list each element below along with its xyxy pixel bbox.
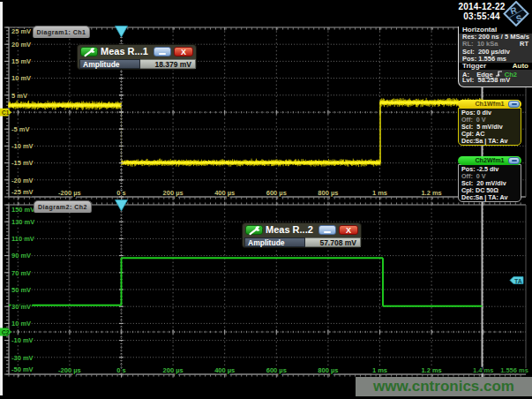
svg-text:0 s: 0 s — [116, 189, 125, 197]
svg-text:70 mV: 70 mV — [11, 269, 31, 277]
svg-text:130 mV: 130 mV — [11, 218, 34, 226]
svg-text:-5 mV: -5 mV — [11, 125, 29, 133]
svg-text:20 mV: 20 mV — [11, 41, 31, 49]
svg-text:C1: C1 — [2, 109, 10, 116]
svg-text:30 mV: 30 mV — [11, 303, 31, 311]
svg-text:10 mV: 10 mV — [11, 74, 31, 82]
svg-text:-25 mV: -25 mV — [11, 188, 34, 196]
svg-text:5 mV: 5 mV — [11, 92, 27, 100]
svg-text:-50 mV: -50 mV — [11, 365, 34, 373]
svg-text:600 µs: 600 µs — [266, 189, 287, 197]
svg-text:-10 mV: -10 mV — [11, 142, 34, 150]
svg-text:-30 mV: -30 mV — [11, 354, 34, 362]
svg-text:50 mV: 50 mV — [11, 286, 31, 294]
svg-text:110 mV: 110 mV — [11, 235, 34, 243]
svg-text:90 mV: 90 mV — [11, 252, 31, 260]
svg-text:200 µs: 200 µs — [163, 189, 184, 197]
svg-text:10 mV: 10 mV — [11, 320, 31, 327]
svg-text:800 µs: 800 µs — [318, 366, 338, 374]
svg-text:15 mV: 15 mV — [11, 57, 31, 65]
svg-text:-200 µs: -200 µs — [58, 366, 81, 374]
svg-text:-15 mV: -15 mV — [11, 159, 34, 167]
svg-text:1 ms: 1 ms — [372, 189, 387, 197]
svg-text:600 µs: 600 µs — [266, 366, 287, 374]
svg-text:200 µs: 200 µs — [163, 366, 184, 374]
svg-text:25 mV: 25 mV — [11, 27, 31, 35]
svg-text:1.556 ms: 1.556 ms — [500, 366, 528, 374]
svg-text:-10 mV: -10 mV — [11, 336, 34, 344]
svg-text:1.4 ms: 1.4 ms — [473, 366, 493, 374]
svg-text:400 µs: 400 µs — [214, 189, 235, 197]
svg-text:C2: C2 — [2, 329, 10, 335]
svg-text:TA: TA — [514, 278, 522, 284]
svg-text:1.2 ms: 1.2 ms — [421, 366, 441, 374]
svg-text:1.2 ms: 1.2 ms — [421, 189, 441, 197]
svg-text:400 µs: 400 µs — [214, 366, 235, 374]
svg-text:800 µs: 800 µs — [318, 189, 338, 197]
svg-text:0 s: 0 s — [116, 366, 125, 374]
svg-text:-20 mV: -20 mV — [11, 177, 34, 184]
svg-text:150 mV: 150 mV — [11, 206, 34, 214]
svg-text:1 ms: 1 ms — [372, 366, 387, 374]
svg-text:-200 µs: -200 µs — [58, 189, 81, 197]
